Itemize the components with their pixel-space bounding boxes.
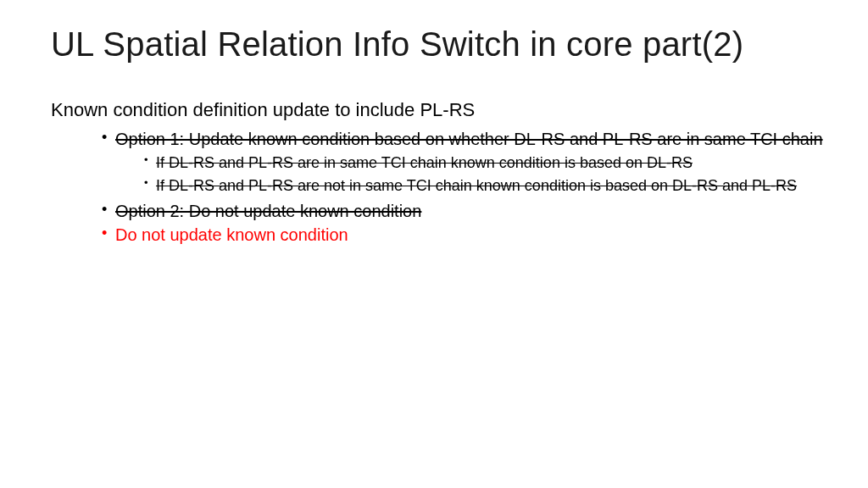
intro-text: Known condition definition update to inc… bbox=[51, 99, 826, 121]
list-item: Option 2: Do not update known condition bbox=[102, 200, 826, 222]
list-item: If DL-RS and PL-RS are not in same TCI c… bbox=[144, 176, 826, 196]
option1-sub1-text: If DL-RS and PL-RS are in same TCI chain… bbox=[156, 154, 693, 171]
option1-text: Option 1: Update known condition based o… bbox=[115, 130, 823, 148]
conclusion-text: Do not update known condition bbox=[115, 225, 348, 244]
list-item: Do not update known condition bbox=[102, 224, 826, 246]
slide-title: UL Spatial Relation Info Switch in core … bbox=[51, 25, 826, 64]
bullet-list-level2: If DL-RS and PL-RS are in same TCI chain… bbox=[144, 153, 826, 197]
bullet-list-level1: Option 1: Update known condition based o… bbox=[102, 128, 826, 246]
list-item: If DL-RS and PL-RS are in same TCI chain… bbox=[144, 153, 826, 173]
option1-sub2-text: If DL-RS and PL-RS are not in same TCI c… bbox=[156, 177, 797, 194]
list-item: Option 1: Update known condition based o… bbox=[102, 128, 826, 197]
option2-text: Option 2: Do not update known condition bbox=[115, 202, 421, 220]
